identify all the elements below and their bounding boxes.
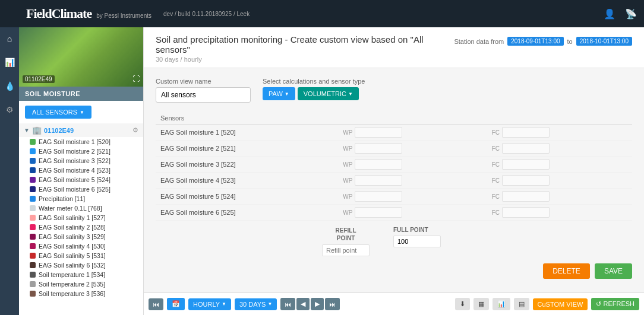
sidebar-sensor-item[interactable]: EAG Soil moisture 4 [523] xyxy=(19,166,143,175)
sensor-name-cell: EAG Soil moisture 6 [525] xyxy=(156,205,338,221)
full-point-input[interactable] xyxy=(393,236,441,247)
wp-input[interactable] xyxy=(355,207,402,218)
sidebar-sensor-item[interactable]: EAG Soil moisture 3 [522] xyxy=(19,156,143,166)
user-icon[interactable]: 👤 xyxy=(604,8,615,20)
sidebar-sensor-item[interactable]: Precipitation [11] xyxy=(19,194,143,203)
sensor-item-label: EAG Soil moisture 2 [521] xyxy=(39,148,111,155)
sensor-color-dot xyxy=(30,234,36,240)
sensor-item-label: EAG Soil salinity 3 [529] xyxy=(39,233,106,240)
sidebar-sensor-item[interactable]: Water meter 0.1L [768] xyxy=(19,203,143,213)
sidebar-sensor-item[interactable]: EAG Soil salinity 3 [529] xyxy=(19,232,143,241)
refill-point-input[interactable] xyxy=(322,244,370,256)
station-gear-button[interactable]: ⚙ xyxy=(132,126,138,134)
sidebar-sensor-item[interactable]: EAG Soil moisture 5 [524] xyxy=(19,175,143,184)
refresh-button[interactable]: ↺ REFRESH xyxy=(591,298,639,310)
wp-cell: WP xyxy=(338,205,487,221)
fc-input[interactable] xyxy=(502,191,550,202)
expand-icon[interactable]: ⛶ xyxy=(132,75,140,83)
chart-view-button[interactable]: 📊 xyxy=(493,298,510,310)
settings-icon[interactable]: ⚙ xyxy=(3,103,16,116)
custom-view-name-label: Custom view name xyxy=(156,78,251,85)
sensor-name-cell: EAG Soil moisture 3 [522] xyxy=(156,157,338,173)
custom-view-name-input[interactable] xyxy=(156,87,251,103)
calc-type-group: Select calculations and sensor type PAW … xyxy=(263,78,365,103)
sidebar-sensor-item[interactable]: EAG Soil moisture 6 [525] xyxy=(19,184,143,194)
nav-next-button[interactable]: ▶ xyxy=(311,298,324,310)
sidebar-sensor-item[interactable]: Soil temperature 3 [536] xyxy=(19,289,143,298)
sensor-color-dot xyxy=(30,167,36,173)
custom-view-button[interactable]: CuSTOM VIEW xyxy=(533,298,588,310)
volumetric-button[interactable]: VOLUMETRIC ▼ xyxy=(298,87,359,100)
breadcrumb: dev / build 0.11.20180925 / Leek xyxy=(163,11,250,17)
sensor-item-label: Soil temperature 2 [535] xyxy=(39,281,105,288)
fc-cell: FC xyxy=(487,125,632,141)
home-icon[interactable]: ⌂ xyxy=(3,32,16,45)
sensor-color-dot xyxy=(30,253,36,259)
fc-input[interactable] xyxy=(502,127,550,138)
main-panel: Soil and precipitation monitoring - Crea… xyxy=(144,27,644,315)
calendar-button[interactable]: 📅 xyxy=(167,298,185,310)
calc-type-label: Select calculations and sensor type xyxy=(263,78,365,85)
fc-input[interactable] xyxy=(502,207,550,218)
sensor-color-dot xyxy=(30,291,36,297)
sensor-item-label: Soil temperature 3 [536] xyxy=(39,290,105,297)
wp-input[interactable] xyxy=(355,191,402,202)
save-button[interactable]: SAVE xyxy=(595,263,632,279)
fc-input[interactable] xyxy=(502,175,550,186)
wp-input[interactable] xyxy=(355,175,402,186)
station-data-label: Station data from xyxy=(454,38,504,45)
sensor-color-dot xyxy=(30,196,36,202)
logo: FieldClimate xyxy=(26,6,91,21)
nav-first-button[interactable]: ⏮ xyxy=(149,298,163,310)
fc-cell: FC xyxy=(487,141,632,157)
signal-icon[interactable]: 📡 xyxy=(625,8,637,20)
panel-title: Soil and precipitation monitoring - Crea… xyxy=(156,34,454,55)
wp-cell: WP xyxy=(338,173,487,189)
table-view-button[interactable]: ▦ xyxy=(473,298,489,310)
left-nav: ⌂ 📊 💧 ⚙ xyxy=(0,27,19,315)
download-button[interactable]: ⬇ xyxy=(455,298,470,310)
all-sensors-button[interactable]: ALL SENSORS ▼ xyxy=(25,106,91,119)
nav-prev-button[interactable]: ◀ xyxy=(296,298,310,310)
sensor-color-dot xyxy=(30,243,36,249)
grid-view-button[interactable]: ▤ xyxy=(514,298,529,310)
sensor-name-cell: EAG Soil moisture 4 [523] xyxy=(156,173,338,189)
paw-button[interactable]: PAW ▼ xyxy=(263,87,295,100)
sidebar-sensor-item[interactable]: EAG Soil salinity 2 [528] xyxy=(19,222,143,232)
station-name[interactable]: 01102E49 xyxy=(44,127,74,134)
wp-col-header xyxy=(338,112,487,125)
fc-cell: FC xyxy=(487,205,632,221)
sensor-item-label: EAG Soil salinity 2 [528] xyxy=(39,224,106,231)
sidebar-sensor-item[interactable]: EAG Soil moisture 2 [521] xyxy=(19,147,143,156)
wp-input[interactable] xyxy=(355,127,402,138)
fc-input[interactable] xyxy=(502,143,550,154)
sensor-item-label: Soil temperature 1 [534] xyxy=(39,271,105,278)
sidebar-sensor-item[interactable]: EAG Soil salinity 1 [527] xyxy=(19,213,143,222)
wp-input[interactable] xyxy=(355,143,402,154)
days-button[interactable]: 30 DAYS ▼ xyxy=(235,298,277,310)
nav-skip-forward-button[interactable]: ⏭ xyxy=(325,298,340,310)
sidebar-sensor-item[interactable]: Soil temperature 1 [534] xyxy=(19,270,143,279)
date-from-badge: 2018-09-01T13:00 xyxy=(507,37,563,46)
station-image: 01102E49 ⛶ xyxy=(19,27,143,87)
sidebar-sensor-item[interactable]: EAG Soil salinity 6 [532] xyxy=(19,260,143,270)
refill-section: REFILLPOINT FULL POINT xyxy=(156,227,632,256)
sidebar-sensor-item[interactable]: Soil temperature 2 [535] xyxy=(19,279,143,289)
chart-icon[interactable]: 📊 xyxy=(3,56,16,69)
sidebar-sensor-item[interactable]: EAG Soil moisture 1 [520] xyxy=(19,137,143,147)
refill-point-label: REFILLPOINT xyxy=(336,227,356,242)
fc-input[interactable] xyxy=(502,159,550,170)
hourly-button[interactable]: HOURLY ▼ xyxy=(188,298,231,310)
sidebar-sensor-item[interactable]: EAG Soil salinity 4 [530] xyxy=(19,241,143,251)
sidebar-sensor-item[interactable]: EAG Soil salinity 5 [531] xyxy=(19,251,143,260)
wp-input[interactable] xyxy=(355,159,402,170)
nav-skip-back-button[interactable]: ⏮ xyxy=(280,298,295,310)
full-point-label: FULL POINT xyxy=(393,227,441,233)
sensor-color-dot xyxy=(30,281,36,287)
drop-icon[interactable]: 💧 xyxy=(3,79,16,93)
delete-button[interactable]: DELETE xyxy=(543,263,590,279)
sensor-item-label: EAG Soil moisture 1 [520] xyxy=(39,138,111,145)
custom-view-name-group: Custom view name xyxy=(156,78,251,103)
sensor-color-dot xyxy=(30,272,36,278)
date-to-badge: 2018-10-01T13:00 xyxy=(576,37,632,46)
